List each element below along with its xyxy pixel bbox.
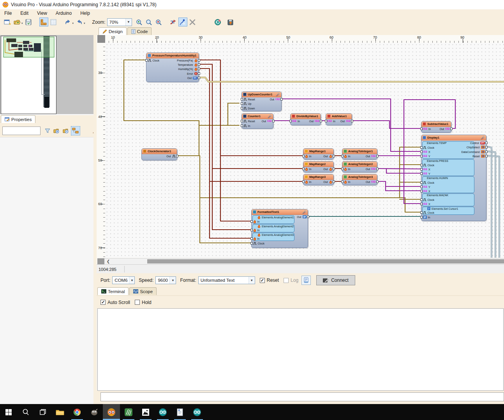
pin-connector[interactable] bbox=[272, 120, 275, 122]
pin-connector[interactable] bbox=[376, 168, 379, 170]
pin-connector[interactable] bbox=[250, 237, 253, 240]
pin-In[interactable]: In bbox=[341, 167, 351, 171]
pin-connector[interactable] bbox=[241, 107, 243, 109]
pin-connector[interactable] bbox=[176, 155, 178, 157]
taskbar-file-explorer-icon[interactable] bbox=[51, 404, 69, 420]
log-view-button[interactable] bbox=[301, 276, 311, 285]
dropdown-caret-icon[interactable]: ▾ bbox=[84, 22, 85, 25]
pin-Control[interactable]: SPIControl bbox=[469, 141, 487, 145]
wrench-icon[interactable] bbox=[276, 93, 280, 97]
pin-connector[interactable] bbox=[250, 220, 253, 223]
pin-Out[interactable]: I2COut bbox=[187, 76, 200, 80]
pin-connector[interactable] bbox=[198, 77, 200, 79]
expand-all-icon[interactable] bbox=[52, 126, 62, 135]
pin-connector[interactable] bbox=[333, 168, 335, 170]
pin-connector[interactable] bbox=[280, 98, 283, 100]
menu-help[interactable]: Help bbox=[76, 10, 94, 17]
pin-Clock[interactable]: Clock bbox=[145, 58, 160, 62]
taskbar-photos-icon[interactable] bbox=[137, 404, 154, 420]
pin-In[interactable]: In bbox=[302, 180, 312, 184]
wrench-icon[interactable] bbox=[302, 210, 307, 214]
log-checkbox[interactable]: Log bbox=[284, 278, 298, 283]
pin-connector[interactable] bbox=[198, 72, 200, 75]
wrench-icon[interactable] bbox=[481, 136, 485, 140]
pin-connector[interactable] bbox=[198, 59, 200, 62]
pin-connector[interactable] bbox=[420, 216, 423, 218]
pin-connector[interactable] bbox=[302, 168, 305, 170]
pin-connector[interactable] bbox=[485, 146, 488, 148]
panel-splitter[interactable] bbox=[93, 26, 97, 404]
pin-In[interactable]: In bbox=[341, 154, 351, 158]
pin-Out[interactable]: I32Out bbox=[269, 97, 283, 101]
pin-Clock[interactable]: Clock bbox=[420, 181, 435, 185]
pin-In[interactable]: In bbox=[250, 237, 261, 241]
speed-select[interactable]: 9600▼ bbox=[155, 276, 176, 284]
pin-connector[interactable] bbox=[485, 142, 488, 144]
scrollbar-thumb[interactable] bbox=[147, 259, 504, 264]
zoom-100-icon[interactable] bbox=[145, 18, 153, 26]
wire[interactable] bbox=[353, 121, 420, 128]
pin-Out[interactable]: I32Out bbox=[365, 167, 379, 171]
dropdown-caret-icon[interactable]: ▾ bbox=[21, 22, 23, 25]
taskbar-kicad-icon[interactable] bbox=[120, 404, 137, 420]
wire[interactable] bbox=[488, 147, 492, 258]
pin-Clock[interactable]: Clock bbox=[420, 211, 435, 214]
port-select[interactable]: COM6 (l▼ bbox=[112, 276, 135, 284]
wire[interactable] bbox=[228, 103, 239, 125]
pin-X[interactable]: I32X bbox=[420, 167, 431, 171]
terminal-input[interactable] bbox=[100, 392, 504, 401]
tab-scope[interactable]: Scope bbox=[129, 287, 157, 295]
block-Display1[interactable]: Display1Elements.TEMPElements.PRESSEleme… bbox=[421, 135, 486, 221]
tab-code[interactable]: Code bbox=[127, 27, 152, 35]
pin-Clock[interactable]: Clock bbox=[250, 241, 266, 245]
block-UpDownCounter1[interactable]: UpDownCounter1ResetUpDownI32Out bbox=[241, 91, 282, 111]
block-AnalogToInteger3[interactable]: AnalogToInteger3InI32Out bbox=[342, 174, 377, 185]
toggle-ruler-icon[interactable] bbox=[39, 18, 48, 26]
pin-connector[interactable] bbox=[420, 199, 423, 201]
block-ClockGenerator1[interactable]: ClockGenerator1Out bbox=[141, 148, 177, 160]
canvas-hscrollbar[interactable]: ❮ bbox=[97, 258, 504, 264]
pin-connector[interactable] bbox=[420, 172, 423, 175]
tab-properties[interactable]: Properties bbox=[1, 115, 35, 123]
pin-connector[interactable] bbox=[485, 151, 488, 153]
pin-Error[interactable]: Error bbox=[186, 72, 200, 76]
pin-connector[interactable] bbox=[376, 155, 379, 157]
pin-connector[interactable] bbox=[420, 146, 423, 149]
redo-icon[interactable] bbox=[75, 18, 84, 26]
wire[interactable] bbox=[200, 198, 420, 212]
web-update-icon[interactable] bbox=[213, 18, 222, 26]
pin-Reset[interactable]: Reset bbox=[472, 154, 487, 158]
pin-In[interactable]: In bbox=[241, 124, 251, 128]
taskbar-notepad-icon[interactable]: A bbox=[171, 404, 189, 420]
menu-file[interactable]: File bbox=[0, 10, 16, 17]
taskbar-arduino-ide-icon[interactable] bbox=[154, 404, 171, 420]
pin-Clock[interactable]: Clock bbox=[420, 198, 435, 202]
pin-In[interactable]: In bbox=[341, 180, 351, 184]
taskbar-search-icon[interactable] bbox=[17, 404, 34, 420]
pin-connector[interactable] bbox=[376, 181, 379, 183]
pin-Reset[interactable]: Reset bbox=[241, 119, 256, 123]
reset-checkbox[interactable]: ✓Reset bbox=[260, 278, 279, 283]
block-Counter1[interactable]: Counter1ResetInI32Out bbox=[241, 113, 273, 129]
block-MapRange3[interactable]: MapRange3InOut bbox=[303, 174, 334, 185]
terminal-output[interactable] bbox=[97, 308, 504, 391]
hold-checkbox[interactable]: Hold bbox=[135, 300, 152, 305]
collapse-all-icon[interactable] bbox=[62, 126, 71, 135]
pin-X[interactable]: I32X bbox=[420, 189, 431, 193]
pin-Out[interactable]: Out bbox=[322, 154, 335, 158]
block-PressureTemperatureHumidity1[interactable]: PressureTemperatureHumidity1ClockPressur… bbox=[146, 53, 199, 82]
pin-Up[interactable]: Up bbox=[241, 102, 252, 105]
taskbar-arduino-ide-2-icon[interactable] bbox=[189, 404, 206, 420]
format-select[interactable]: Unformatted Text▼ bbox=[198, 276, 255, 284]
upload-icon[interactable] bbox=[226, 18, 235, 26]
block-AnalogToInteger1[interactable]: AnalogToInteger1InI32Out bbox=[342, 148, 377, 160]
wrench-icon[interactable] bbox=[268, 114, 272, 118]
pin-connector[interactable] bbox=[333, 155, 335, 157]
pin-connector[interactable] bbox=[420, 211, 423, 214]
pin-Y[interactable]: I32Y bbox=[420, 154, 431, 158]
pin-Temperature[interactable]: Temperature bbox=[177, 63, 200, 67]
pin-In[interactable]: I32In bbox=[289, 119, 301, 123]
pin-Out[interactable]: I32Out bbox=[365, 154, 379, 158]
wire[interactable] bbox=[200, 77, 504, 82]
pin-connector[interactable] bbox=[420, 168, 423, 170]
